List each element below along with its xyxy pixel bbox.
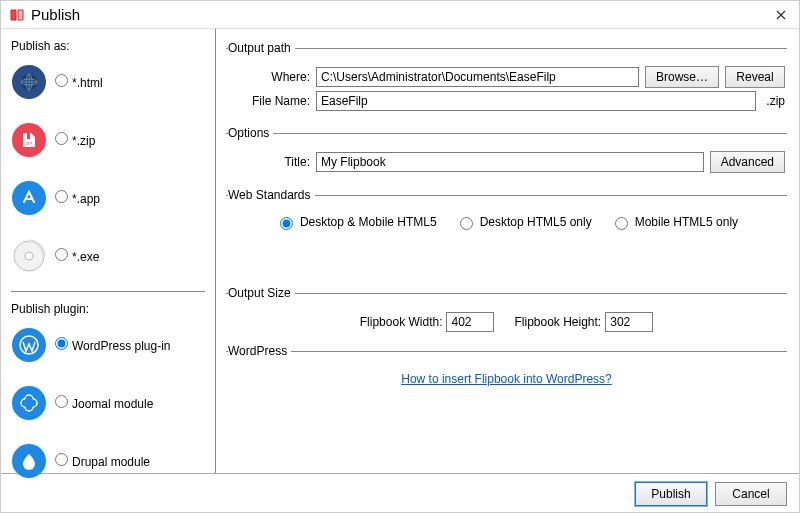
- webstd-label: Mobile HTML5 only: [635, 215, 738, 229]
- plugin-label: Joomal module: [72, 397, 153, 411]
- svg-rect-3: [27, 133, 30, 139]
- filename-suffix: .zip: [762, 94, 785, 108]
- title-input[interactable]: [316, 152, 704, 172]
- output-path-group: Output path Where: Browse… Reveal File N…: [226, 41, 787, 116]
- webstd-radio-both[interactable]: Desktop & Mobile HTML5: [275, 214, 437, 230]
- svg-text:ZIP: ZIP: [26, 141, 33, 146]
- options-legend: Options: [228, 126, 273, 140]
- close-icon: [776, 10, 786, 20]
- wordpress-group: WordPress How to insert Flipbook into Wo…: [226, 344, 787, 388]
- reveal-button[interactable]: Reveal: [725, 66, 785, 88]
- app-icon: [9, 7, 25, 23]
- where-label: Where:: [228, 70, 310, 84]
- globe-icon: [11, 64, 47, 100]
- wordpress-icon: [11, 327, 47, 363]
- svg-point-6: [25, 252, 33, 260]
- window-title: Publish: [31, 6, 80, 23]
- cancel-button[interactable]: Cancel: [715, 482, 787, 506]
- publish-plugin-label: Publish plugin:: [11, 302, 205, 316]
- web-standards-group: Web Standards Desktop & Mobile HTML5 Des…: [226, 188, 787, 232]
- main-panel: Output path Where: Browse… Reveal File N…: [216, 29, 799, 473]
- plugin-radio-drupal[interactable]: Drupal module: [55, 453, 150, 469]
- plugin-label: WordPress plug-in: [72, 339, 170, 353]
- format-radio-html[interactable]: *.html: [55, 74, 103, 90]
- plugin-row-wordpress: WordPress plug-in: [11, 322, 205, 368]
- width-input[interactable]: [446, 312, 494, 332]
- app-store-icon: [11, 180, 47, 216]
- format-radio-exe[interactable]: *.exe: [55, 248, 99, 264]
- format-label: *.app: [72, 192, 100, 206]
- publish-as-label: Publish as:: [11, 39, 205, 53]
- format-label: *.exe: [72, 250, 99, 264]
- format-label: *.html: [72, 76, 103, 90]
- format-row-exe: *.exe: [11, 233, 205, 279]
- webstd-radio-desktop[interactable]: Desktop HTML5 only: [455, 214, 592, 230]
- options-group: Options Title: Advanced: [226, 126, 787, 178]
- wordpress-legend: WordPress: [228, 344, 291, 358]
- width-label: Flipbook Width:: [360, 315, 443, 329]
- webstd-label: Desktop & Mobile HTML5: [300, 215, 437, 229]
- height-label: Flipbook Height:: [514, 315, 601, 329]
- output-path-legend: Output path: [228, 41, 295, 55]
- format-row-html: *.html: [11, 59, 205, 105]
- plugin-radio-joomla[interactable]: Joomal module: [55, 395, 153, 411]
- publish-button[interactable]: Publish: [635, 482, 707, 506]
- format-radio-app[interactable]: *.app: [55, 190, 100, 206]
- output-size-legend: Output Size: [228, 286, 295, 300]
- disc-icon: [11, 238, 47, 274]
- where-input[interactable]: [316, 67, 639, 87]
- wordpress-howto-link[interactable]: How to insert Flipbook into WordPress?: [228, 372, 785, 386]
- sidebar: Publish as: *.html ZIP *.zip: [1, 29, 216, 473]
- filename-input[interactable]: [316, 91, 756, 111]
- titlebar: Publish: [1, 1, 799, 29]
- plugin-radio-wordpress[interactable]: WordPress plug-in: [55, 337, 170, 353]
- webstd-radio-mobile[interactable]: Mobile HTML5 only: [610, 214, 738, 230]
- zip-icon: ZIP: [11, 122, 47, 158]
- plugin-row-drupal: Drupal module: [11, 438, 205, 484]
- plugin-row-joomla: Joomal module: [11, 380, 205, 426]
- browse-button[interactable]: Browse…: [645, 66, 719, 88]
- close-button[interactable]: [771, 5, 791, 25]
- height-input[interactable]: [605, 312, 653, 332]
- advanced-button[interactable]: Advanced: [710, 151, 785, 173]
- format-label: *.zip: [72, 134, 95, 148]
- title-label: Title:: [228, 155, 310, 169]
- output-size-group: Output Size Flipbook Width: Flipbook Hei…: [226, 286, 787, 334]
- web-standards-legend: Web Standards: [228, 188, 315, 202]
- format-row-app: *.app: [11, 175, 205, 221]
- format-radio-zip[interactable]: *.zip: [55, 132, 95, 148]
- webstd-label: Desktop HTML5 only: [480, 215, 592, 229]
- plugin-label: Drupal module: [72, 455, 150, 469]
- format-row-zip: ZIP *.zip: [11, 117, 205, 163]
- filename-label: File Name:: [228, 94, 310, 108]
- drupal-icon: [11, 443, 47, 479]
- sidebar-divider: [11, 291, 205, 292]
- joomla-icon: [11, 385, 47, 421]
